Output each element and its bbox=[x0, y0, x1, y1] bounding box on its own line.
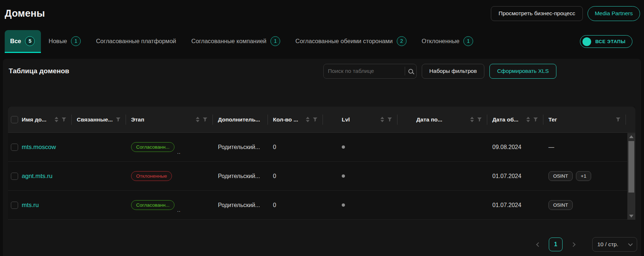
date-added-cell bbox=[397, 162, 487, 190]
domain-link[interactable]: agnt.mts.ru bbox=[22, 173, 52, 180]
tag-cell: OSINT +1 bbox=[543, 162, 626, 190]
lvl-dot bbox=[342, 203, 345, 207]
filter-icon[interactable] bbox=[313, 117, 317, 122]
column-header-date-updated[interactable]: Дата об... bbox=[487, 107, 543, 132]
tab-label: Согласованные обеими сторонами bbox=[295, 38, 393, 45]
tag-cell: OSINT bbox=[543, 191, 626, 219]
tab-label: Отклоненные bbox=[422, 38, 459, 45]
search-icon bbox=[408, 69, 413, 74]
chevron-left-icon bbox=[536, 242, 541, 247]
tab-label: Согласованные платформой bbox=[96, 38, 176, 45]
scrollbar-down-icon[interactable] bbox=[629, 215, 634, 218]
lvl-cell bbox=[323, 133, 397, 161]
toggle-knob-icon bbox=[582, 37, 591, 46]
all-stages-toggle[interactable]: ВСЕ ЭТАПЫ bbox=[580, 35, 632, 48]
date-updated-cell: 01.07.2024 bbox=[487, 162, 543, 190]
tab-label: Все bbox=[10, 38, 21, 45]
tag-chip: OSINT bbox=[548, 200, 573, 210]
tab-all[interactable]: Все 5 bbox=[5, 30, 41, 53]
filter-sets-button[interactable]: Наборы фильтров bbox=[422, 64, 484, 79]
tabs: Все 5 Новые 1 Согласованные платформой С… bbox=[5, 30, 481, 53]
sort-icon[interactable] bbox=[380, 117, 384, 122]
filter-icon[interactable] bbox=[387, 117, 392, 122]
row-checkbox[interactable] bbox=[11, 173, 18, 180]
view-business-process-button[interactable]: Просмотреть бизнес-процесс bbox=[491, 6, 583, 21]
related-cell bbox=[72, 191, 126, 219]
table-row: mts.ru Согласованн... .. Родительский...… bbox=[8, 191, 635, 220]
tab-approved-by-company[interactable]: Согласованные компанией 1 bbox=[184, 30, 288, 53]
column-header-stage[interactable]: Этап bbox=[126, 107, 213, 132]
filter-icon[interactable] bbox=[62, 117, 66, 122]
count-cell: 0 bbox=[268, 133, 323, 161]
panel-controls: Наборы фильтров Сформировать XLS bbox=[323, 64, 556, 79]
related-cell bbox=[72, 162, 126, 190]
table-scrollbar[interactable] bbox=[627, 133, 635, 220]
column-header-date-added[interactable]: Дата по... bbox=[397, 107, 487, 132]
toggle-label: ВСЕ ЭТАПЫ bbox=[595, 39, 626, 44]
column-header-lvl[interactable]: Lvl bbox=[323, 107, 397, 132]
page-size-select[interactable]: 10 / стр. bbox=[592, 237, 637, 252]
tags-empty-dash: — bbox=[548, 144, 554, 150]
topbar: Домены Просмотреть бизнес-процесс Media … bbox=[0, 0, 644, 24]
additional-cell: Родительский... bbox=[213, 191, 268, 219]
column-header-domain-name[interactable]: Имя до... bbox=[22, 107, 72, 132]
panel-title: Таблица доменов bbox=[9, 67, 69, 75]
column-header-count[interactable]: Кол-во ... bbox=[268, 107, 323, 132]
filter-icon[interactable] bbox=[616, 117, 620, 122]
export-xls-button[interactable]: Сформировать XLS bbox=[489, 64, 556, 79]
column-header-tag[interactable]: Тег bbox=[543, 107, 626, 132]
search-button[interactable] bbox=[405, 64, 416, 78]
sort-icon[interactable] bbox=[470, 117, 474, 122]
filter-icon[interactable] bbox=[116, 117, 121, 122]
sort-icon[interactable] bbox=[306, 117, 310, 122]
column-header-related[interactable]: Связанные... bbox=[72, 107, 126, 132]
select-all-checkbox[interactable] bbox=[11, 116, 18, 123]
stage-cell: Отклоненные bbox=[126, 162, 213, 190]
tag-chip: OSINT bbox=[548, 171, 573, 181]
page-number-button[interactable]: 1 bbox=[549, 238, 563, 251]
tab-rejected[interactable]: Отклоненные 1 bbox=[414, 30, 481, 53]
sort-icon[interactable] bbox=[55, 117, 58, 122]
tab-label: Новые bbox=[49, 38, 67, 45]
stage-more-indicator: .. bbox=[177, 149, 181, 155]
filter-icon[interactable] bbox=[533, 117, 538, 122]
lvl-dot bbox=[342, 145, 345, 149]
next-page-button[interactable] bbox=[567, 238, 579, 251]
row-checkbox[interactable] bbox=[11, 144, 18, 151]
lvl-dot bbox=[342, 174, 345, 178]
panel-head: Таблица доменов Наборы фильтров Сформиро… bbox=[3, 59, 641, 79]
page-title: Домены bbox=[5, 8, 45, 19]
search-input[interactable] bbox=[324, 68, 405, 74]
tag-chip-more[interactable]: +1 bbox=[576, 171, 591, 181]
tab-label: Согласованные компанией bbox=[191, 38, 267, 45]
table-row: agnt.mts.ru Отклоненные Родительский... … bbox=[8, 162, 635, 191]
date-updated-cell: 01.07.2024 bbox=[487, 191, 543, 219]
stage-badge: Согласованн... bbox=[131, 200, 174, 210]
column-header-additional[interactable]: Дополнитель... bbox=[213, 107, 268, 132]
tab-approved-by-platform[interactable]: Согласованные платформой bbox=[88, 30, 184, 53]
domain-link[interactable]: mts.moscow bbox=[22, 144, 56, 151]
filter-icon[interactable] bbox=[477, 117, 482, 122]
date-added-cell bbox=[397, 133, 487, 161]
tabs-row: Все 5 Новые 1 Согласованные платформой С… bbox=[0, 24, 644, 53]
tab-approved-by-both[interactable]: Согласованные обеими сторонами 2 bbox=[288, 30, 414, 53]
tab-new[interactable]: Новые 1 bbox=[41, 30, 88, 53]
filter-icon[interactable] bbox=[203, 117, 207, 122]
tab-count-badge: 5 bbox=[25, 36, 35, 46]
media-partners-button[interactable]: Media Partners bbox=[588, 6, 640, 21]
date-added-cell bbox=[397, 191, 487, 219]
domain-link[interactable]: mts.ru bbox=[22, 202, 39, 209]
sort-icon[interactable] bbox=[526, 117, 530, 122]
date-updated-cell: 09.08.2024 bbox=[487, 133, 543, 161]
row-checkbox[interactable] bbox=[11, 202, 18, 209]
tab-count-badge: 1 bbox=[270, 36, 280, 46]
table-search bbox=[323, 64, 417, 79]
sort-icon[interactable] bbox=[196, 117, 199, 122]
page-size-value: 10 / стр. bbox=[597, 241, 618, 248]
lvl-cell bbox=[323, 191, 397, 219]
additional-cell: Родительский... bbox=[213, 162, 268, 190]
prev-page-button[interactable] bbox=[532, 238, 544, 251]
table-row: mts.moscow Согласованн... .. Родительски… bbox=[8, 133, 635, 162]
scrollbar-up-icon[interactable] bbox=[629, 135, 634, 138]
scrollbar-thumb[interactable] bbox=[628, 141, 634, 193]
